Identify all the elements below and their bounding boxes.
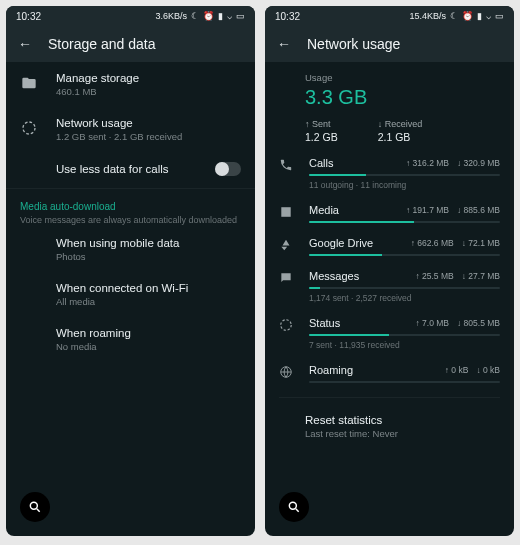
divider (6, 188, 255, 189)
globe-icon (279, 365, 295, 381)
signal-icon: ▮ (218, 11, 223, 21)
when-mobile-data-row[interactable]: When using mobile data Photos (6, 227, 255, 272)
status-time: 10:32 (16, 11, 41, 22)
svg-line-6 (296, 509, 299, 512)
usage-total: 3.3 GB (305, 86, 498, 109)
battery-icon: ▭ (495, 11, 504, 21)
moon-icon: ☾ (450, 11, 458, 21)
usage-item-media[interactable]: Media↑ 191.7 MB↓ 885.6 MB (265, 196, 514, 229)
svg-point-3 (281, 320, 292, 331)
network-usage-row[interactable]: Network usage 1.2 GB sent · 2.1 GB recei… (6, 107, 255, 152)
svg-line-2 (37, 509, 40, 512)
use-less-data-row[interactable]: Use less data for calls (6, 152, 255, 186)
when-wifi-row[interactable]: When connected on Wi-Fi All media (6, 272, 255, 317)
message-icon (279, 271, 295, 287)
moon-icon: ☾ (191, 11, 199, 21)
app-bar: ← Storage and data (6, 26, 255, 62)
status-time: 10:32 (275, 11, 300, 22)
when-roaming-row[interactable]: When roaming No media (6, 317, 255, 362)
status-right: 3.6KB/s ☾ ⏰ ▮ ⌵ ▭ (155, 11, 245, 21)
data-usage-icon (20, 119, 38, 137)
battery-icon: ▭ (236, 11, 245, 21)
progress-bar (309, 381, 500, 383)
alarm-icon: ⏰ (462, 11, 473, 21)
usage-item-calls[interactable]: Calls↑ 316.2 MB↓ 320.9 MB 11 outgoing · … (265, 149, 514, 196)
status-bar: 10:32 15.4KB/s ☾ ⏰ ▮ ⌵ ▭ (265, 6, 514, 26)
storage-and-data-screen: 10:32 3.6KB/s ☾ ⏰ ▮ ⌵ ▭ ← Storage and da… (6, 6, 255, 536)
progress-bar (309, 334, 500, 336)
usage-item-roaming[interactable]: Roaming↑ 0 kB↓ 0 kB (265, 356, 514, 389)
folder-icon (20, 74, 38, 92)
zoom-fab[interactable] (20, 492, 50, 522)
usage-item-google-drive[interactable]: Google Drive↑ 662.6 MB↓ 72.1 MB (265, 229, 514, 262)
progress-bar (309, 287, 500, 289)
usage-item-status[interactable]: Status↑ 7.0 MB↓ 805.5 MB 7 sent · 11,935… (265, 309, 514, 356)
signal-icon: ▮ (477, 11, 482, 21)
page-title: Network usage (307, 36, 400, 52)
progress-bar (309, 221, 500, 223)
status-icon (279, 318, 295, 334)
back-icon[interactable]: ← (18, 36, 32, 52)
status-right: 15.4KB/s ☾ ⏰ ▮ ⌵ ▭ (409, 11, 504, 21)
use-less-data-toggle[interactable] (215, 162, 241, 176)
sent-label: ↑ Sent (305, 119, 338, 129)
app-bar: ← Network usage (265, 26, 514, 62)
back-icon[interactable]: ← (277, 36, 291, 52)
phone-icon (279, 158, 295, 174)
zoom-fab[interactable] (279, 492, 309, 522)
google-drive-icon (279, 238, 295, 254)
progress-bar (309, 254, 500, 256)
reset-statistics-row[interactable]: Reset statistics Last reset time: Never (265, 398, 514, 447)
manage-storage-row[interactable]: Manage storage 460.1 MB (6, 62, 255, 107)
svg-point-1 (30, 502, 37, 509)
network-usage-screen: 10:32 15.4KB/s ☾ ⏰ ▮ ⌵ ▭ ← Network usage… (265, 6, 514, 536)
media-icon (279, 205, 295, 221)
wifi-icon: ⌵ (227, 11, 232, 21)
alarm-icon: ⏰ (203, 11, 214, 21)
wifi-icon: ⌵ (486, 11, 491, 21)
svg-point-0 (23, 122, 35, 134)
media-auto-download-header: Media auto-download Voice messages are a… (6, 191, 255, 227)
usage-item-messages[interactable]: Messages↑ 25.5 MB↓ 27.7 MB 1,174 sent · … (265, 262, 514, 309)
usage-summary: Usage 3.3 GB ↑ Sent 1.2 GB ↓ Received 2.… (265, 62, 514, 149)
status-bar: 10:32 3.6KB/s ☾ ⏰ ▮ ⌵ ▭ (6, 6, 255, 26)
received-label: ↓ Received (378, 119, 423, 129)
svg-point-5 (289, 502, 296, 509)
page-title: Storage and data (48, 36, 155, 52)
progress-bar (309, 174, 500, 176)
